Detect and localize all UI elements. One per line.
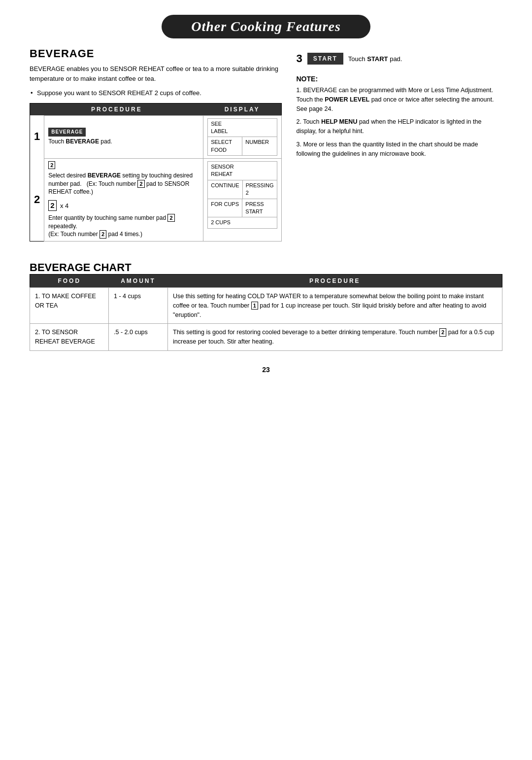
step2-number: 2: [30, 159, 44, 242]
page-title-container: Other Cooking Features: [30, 15, 502, 38]
beverage-right: 3 START Touch START pad. NOTE: 1. BEVERA…: [297, 47, 503, 246]
chart-food-header: FOOD: [30, 275, 109, 288]
display-forcups: FOR CUPS: [208, 199, 242, 217]
display-row-select-food: SELECTFOOD NUMBER: [208, 137, 276, 155]
display-row-right-number: NUMBER: [242, 137, 276, 155]
note-heading: NOTE:: [297, 75, 503, 83]
display-continue: CONTINUE: [208, 180, 242, 199]
beverage-button: BEVERAGE: [48, 128, 86, 137]
procedure-table: PROCEDURE DISPLAY 1 BEVERAGE Touch BEVER…: [30, 103, 282, 242]
beverage-bullet: Suppose you want to SENSOR REHEAT 2 cups…: [30, 88, 282, 98]
step1-display-inner: SEELABEL SELECTFOOD NUMBER: [207, 118, 277, 156]
beverage-heading: BEVERAGE: [30, 47, 282, 60]
chart-amount-2: .5 - 2.0 cups: [109, 324, 168, 351]
step2-display-inner: SENSORREHEAT CONTINUE PRESSING2 FOR CUPS…: [207, 161, 277, 229]
chart-amount-1: 1 - 4 cups: [109, 288, 168, 324]
chart-procedure-header: PROCEDURE: [168, 275, 502, 288]
step2-display: SENSORREHEAT CONTINUE PRESSING2 FOR CUPS…: [203, 159, 281, 242]
beverage-section: BEVERAGE BEVERAGE enables you to SENSOR …: [30, 47, 502, 246]
display-row-see-label: SEELABEL: [208, 119, 276, 138]
display-col-header: DISPLAY: [203, 103, 281, 115]
display-pressing: PRESSING2: [243, 180, 277, 199]
step1-content: BEVERAGE Touch BEVERAGE pad.: [44, 115, 203, 159]
step2-boxed-x4: 2 x 4: [48, 200, 199, 211]
step2-x4: x 4: [60, 202, 68, 209]
note-num-2: 2.: [297, 118, 303, 125]
display-continue-pressing: CONTINUE PRESSING2: [208, 180, 276, 199]
note-num-1: 1.: [297, 87, 303, 94]
page-number: 23: [30, 366, 502, 374]
page-title: Other Cooking Features: [191, 19, 341, 34]
step1-display: SEELABEL SELECTFOOD NUMBER: [203, 115, 281, 159]
step2-instruction: Select desired BEVERAGE setting by touch…: [48, 172, 199, 196]
beverage-left: BEVERAGE BEVERAGE enables you to SENSOR …: [30, 47, 282, 246]
chart-procedure-2: This setting is good for restoring coole…: [168, 324, 502, 351]
beverage-chart-heading: BEVERAGE CHART: [30, 261, 502, 274]
display-sensor-reheat: SENSORREHEAT: [208, 162, 276, 180]
chart-food-2: 2. TO SENSOR REHEAT BEVERAGE: [30, 324, 109, 351]
beverage-chart-table: FOOD AMOUNT PROCEDURE 1. TO MAKE COFFEE …: [30, 274, 502, 351]
step3-row: 3 START Touch START pad.: [297, 52, 503, 65]
chart-boxed-2: 2: [439, 328, 446, 336]
step1-row: 1 BEVERAGE Touch BEVERAGE pad. SEELABEL …: [30, 115, 282, 159]
step2-ex-text: (Ex: Touch number 2 pad 4 times.): [48, 230, 199, 239]
step1-number: 1: [30, 115, 44, 159]
chart-food-1: 1. TO MAKE COFFEE OR TEA: [30, 288, 109, 324]
display-row-left-select: SELECTFOOD: [208, 137, 242, 155]
page-title-box: Other Cooking Features: [162, 15, 370, 38]
step2-content: 2 Select desired BEVERAGE setting by tou…: [44, 159, 203, 242]
note-section: NOTE: 1. BEVERAGE can be programmed with…: [297, 75, 503, 158]
display-pressstart: PRESSSTART: [242, 199, 276, 217]
step3-number: 3: [297, 52, 302, 65]
note-num-3: 3.: [297, 141, 303, 148]
display-forcups-pressstart: FOR CUPS PRESSSTART: [208, 199, 276, 218]
step2-big-boxed: 2: [48, 200, 56, 211]
step3-instruction: Touch START pad.: [348, 55, 402, 63]
step2-boxed-num: 2: [48, 161, 55, 169]
chart-amount-header: AMOUNT: [109, 275, 168, 288]
procedure-col-header: PROCEDURE: [30, 103, 203, 115]
beverage-chart-section: BEVERAGE CHART FOOD AMOUNT PROCEDURE 1. …: [30, 261, 502, 351]
step2-boxed-2: 2: [137, 180, 144, 188]
chart-row-2: 2. TO SENSOR REHEAT BEVERAGE .5 - 2.0 cu…: [30, 324, 502, 351]
step2-enter-text: Enter quantity by touching same number p…: [48, 214, 199, 231]
chart-row-1: 1. TO MAKE COFFEE OR TEA 1 - 4 cups Use …: [30, 288, 502, 324]
note-item-2: 2. Touch HELP MENU pad when the HELP ind…: [297, 117, 503, 136]
step1-instruction: Touch BEVERAGE pad.: [48, 138, 199, 146]
step2-boxed-inline2: 2: [100, 230, 106, 238]
display-2cups: 2 CUPS: [208, 217, 276, 228]
chart-boxed-1: 1: [251, 302, 258, 310]
step2-row: 2 2 Select desired BEVERAGE setting by t…: [30, 159, 282, 242]
note-item-1: 1. BEVERAGE can be programmed with More …: [297, 86, 503, 113]
note-item-3: 3. More or less than the quantity listed…: [297, 140, 503, 159]
chart-procedure-1: Use this setting for heating COLD TAP WA…: [168, 288, 502, 324]
beverage-intro: BEVERAGE enables you to SENSOR REHEAT co…: [30, 64, 282, 83]
start-button: START: [307, 53, 343, 65]
step2-boxed-inline: 2: [167, 214, 174, 222]
